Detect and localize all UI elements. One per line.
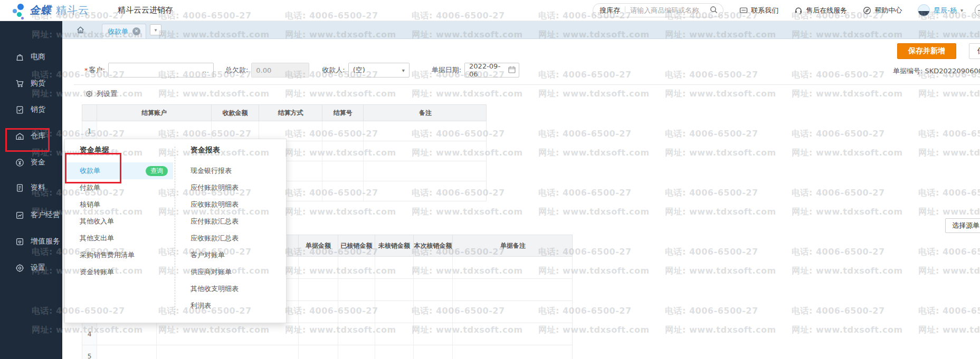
table-cell[interactable]	[97, 121, 212, 141]
table-cell[interactable]	[453, 345, 573, 359]
table-cell[interactable]	[338, 323, 375, 345]
table-cell[interactable]	[453, 323, 573, 345]
menu-item-supplier-statement[interactable]: 供应商对账单	[191, 264, 286, 280]
table-cell[interactable]	[414, 257, 453, 278]
sidebar-item-funds[interactable]: 资金	[0, 157, 62, 168]
search-input[interactable]: 请输入商品编码或名称	[630, 6, 710, 15]
funds-reports-title: 资金报表	[191, 142, 286, 157]
watermark-text: 电话: 4006-6500-27	[792, 306, 885, 317]
table-cell[interactable]	[375, 345, 414, 359]
table-cell[interactable]	[299, 301, 338, 323]
table-cell[interactable]	[322, 181, 364, 201]
table-cell[interactable]	[322, 121, 364, 141]
table-cell[interactable]	[375, 301, 414, 323]
table-cell[interactable]	[364, 181, 487, 201]
watermark-text: 电话: 4006-6500-27	[665, 306, 758, 317]
table-cell[interactable]	[414, 323, 453, 345]
menu-item-payable-summary[interactable]: 应付账款汇总表	[191, 213, 286, 230]
table-cell[interactable]	[414, 345, 453, 359]
kingdee-logo[interactable]: 金蝶 精斗云	[13, 3, 89, 18]
search-icon[interactable]	[710, 6, 718, 15]
table-cell[interactable]	[364, 161, 487, 181]
sidebar-item-settings[interactable]: 设置	[0, 262, 62, 274]
table-cell[interactable]	[338, 345, 375, 359]
sidebar-item-data[interactable]: 资料	[0, 182, 62, 193]
user-menu[interactable]: 星辰-杨 ▾	[918, 4, 963, 16]
table-cell[interactable]	[364, 141, 487, 161]
inventory-search-box[interactable]: 搜库存 请输入商品编码或名称	[593, 3, 724, 17]
watermark-text: 电话: 4006-6500-27	[918, 306, 980, 317]
table-cell[interactable]	[375, 257, 414, 278]
table-cell[interactable]	[299, 279, 338, 300]
menu-item-writeoff-voucher[interactable]: 核销单	[80, 196, 175, 213]
table-cell[interactable]	[157, 345, 299, 359]
customer-field[interactable]: …	[108, 63, 214, 77]
sidebar-item-value-added[interactable]: 增值服务	[0, 236, 62, 247]
contact-us-link[interactable]: 联系我们	[739, 6, 778, 15]
menu-item-other-inout-detail[interactable]: 其他收支明细表	[191, 280, 286, 297]
table-cell[interactable]	[338, 257, 375, 278]
doc-date-field[interactable]: 2022-09-06	[464, 63, 519, 77]
table-cell[interactable]	[338, 301, 375, 323]
table-cell[interactable]	[97, 345, 157, 359]
table-cell[interactable]	[338, 279, 375, 300]
table-cell[interactable]	[299, 345, 338, 359]
table-row: 5	[82, 345, 573, 359]
select-source-button[interactable]: 选择源单	[945, 218, 980, 233]
table-cell[interactable]	[375, 279, 414, 300]
table-cell[interactable]	[322, 141, 364, 161]
column-settings-button[interactable]: 列设置	[85, 89, 117, 99]
table-cell[interactable]	[299, 323, 338, 345]
table-cell[interactable]	[453, 301, 573, 323]
help-center-link[interactable]: 帮助中心	[863, 6, 902, 15]
table-cell[interactable]	[322, 161, 364, 181]
table-cell[interactable]	[157, 323, 299, 345]
tab-list-dropdown[interactable]: ▾	[150, 24, 161, 35]
table-cell[interactable]	[453, 279, 573, 300]
menu-item-cash-bank-report[interactable]: 现金银行报表	[191, 162, 286, 179]
home-icon[interactable]	[76, 25, 85, 34]
menu-item-profit-report[interactable]: 利润表	[191, 297, 286, 314]
section-divider	[74, 84, 980, 85]
required-asterisk: *	[84, 66, 88, 74]
menu-item-purchase-sales-expense[interactable]: 采购销售费用清单	[80, 247, 175, 264]
menu-item-other-income[interactable]: 其他收入单	[80, 213, 175, 230]
after-sales-service-link[interactable]: 售后在线服务	[794, 6, 847, 15]
table-cell[interactable]	[97, 323, 157, 345]
save-button[interactable]: 保存	[969, 43, 980, 59]
sidebar-item-customer-operation[interactable]: 客户经营	[0, 209, 62, 221]
sidebar-item-warehouse[interactable]: 仓库	[0, 130, 62, 142]
menu-item-receivable-summary[interactable]: 应收账款汇总表	[191, 230, 286, 247]
table-cell[interactable]	[414, 279, 453, 300]
payee-select[interactable]: (空) ▾	[348, 63, 410, 77]
menu-item-funds-transfer[interactable]: 资金转账单	[80, 264, 175, 280]
table-cell[interactable]	[414, 301, 453, 323]
query-badge[interactable]: 查询	[146, 166, 168, 176]
menu-item-receipt-voucher[interactable]: 收款单 查询	[65, 162, 173, 179]
table-cell[interactable]	[364, 121, 487, 141]
tab-close-icon[interactable]: ✕	[132, 27, 140, 35]
table-cell[interactable]	[453, 257, 573, 278]
menu-item-payable-detail[interactable]: 应付账款明细表	[191, 179, 286, 196]
menu-item-payment-voucher[interactable]: 付款单	[80, 179, 175, 196]
menu-item-customer-statement[interactable]: 客户对账单	[191, 247, 286, 264]
calendar-icon[interactable]	[508, 66, 516, 75]
sidebar-item-sales[interactable]: 销货	[0, 104, 62, 115]
user-name: 星辰-杨	[934, 6, 957, 15]
table-cell[interactable]	[375, 323, 414, 345]
voucher-header-form: * 客户: … 总欠款: 0.00 收款人: (空) ▾ 单据日期: 2022-…	[84, 63, 519, 77]
table-cell[interactable]	[259, 121, 322, 141]
table-cell[interactable]	[212, 121, 259, 141]
tab-receipt-voucher[interactable]: 收款单 ✕	[102, 24, 146, 38]
save-and-new-button[interactable]: 保存并新增	[897, 43, 956, 59]
menu-item-receivable-detail[interactable]: 应收账款明细表	[191, 196, 286, 213]
watermark-text: 电话: 4006-6500-27	[792, 247, 885, 258]
customer-lookup-icon[interactable]: …	[202, 66, 209, 74]
sidebar-item-purchase[interactable]: 购货	[0, 77, 62, 89]
table-cell[interactable]	[299, 257, 338, 278]
sidebar-item-ecommerce[interactable]: 电商	[0, 51, 62, 63]
column-settings-label: 列设置	[97, 89, 117, 99]
menu-item-other-expense[interactable]: 其他支出单	[80, 230, 175, 247]
collapse-edge-icon[interactable]	[975, 4, 980, 17]
search-scope-label[interactable]: 搜库存	[600, 6, 620, 15]
